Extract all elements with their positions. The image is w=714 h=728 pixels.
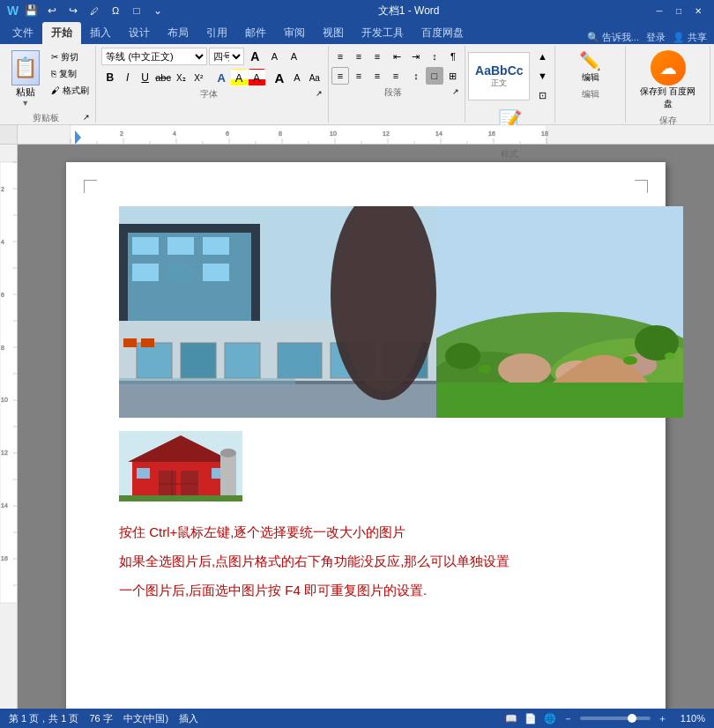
- svg-point-86: [498, 353, 551, 385]
- close-btn[interactable]: ✕: [689, 4, 707, 18]
- font-size-select[interactable]: 四号: [209, 48, 244, 65]
- tab-view[interactable]: 视图: [314, 22, 353, 44]
- styles-down-btn[interactable]: ▼: [533, 67, 551, 85]
- decrease-indent-btn[interactable]: ⇤: [389, 48, 406, 65]
- quick-access-toolbar: 💾 ↩ ↪ 🖊 Ω □ ⌄: [22, 2, 167, 19]
- zoom-out-btn[interactable]: －: [563, 712, 573, 725]
- login-btn[interactable]: 登录: [646, 31, 666, 44]
- italic-button[interactable]: I: [119, 69, 136, 86]
- increase-font-btn[interactable]: A: [246, 48, 264, 65]
- sort-btn[interactable]: ↕: [426, 48, 443, 65]
- editing-btn[interactable]: ✏️ 编辑: [575, 48, 606, 86]
- svg-rect-62: [167, 237, 194, 255]
- omega-btn[interactable]: Ω: [107, 2, 124, 19]
- svg-point-92: [623, 356, 637, 365]
- save-baidu-btn[interactable]: ☁ 保存到 百度网盘: [631, 48, 704, 113]
- align-left-btn[interactable]: ≡: [331, 67, 349, 85]
- baidu-icon: ☁: [651, 50, 686, 85]
- align-center-btn[interactable]: ≡: [350, 67, 368, 85]
- tab-design[interactable]: 设计: [120, 22, 159, 44]
- clipboard-expand[interactable]: ↗: [83, 113, 90, 122]
- svg-text:14: 14: [435, 130, 443, 137]
- image-row: [119, 206, 613, 418]
- superscript-button[interactable]: X²: [190, 69, 207, 86]
- line-spacing-btn[interactable]: ↕: [407, 67, 425, 85]
- tab-developer[interactable]: 开发工具: [353, 22, 413, 44]
- view-web-btn[interactable]: 🌐: [544, 713, 556, 724]
- zoom-thumb: [628, 714, 636, 723]
- zoom-slider[interactable]: [580, 717, 651, 720]
- text-highlight-btn[interactable]: A: [231, 69, 248, 86]
- view-print-btn[interactable]: 📄: [524, 713, 537, 724]
- window-btn[interactable]: □: [128, 2, 145, 19]
- tab-baidu[interactable]: 百度网盘: [413, 22, 472, 44]
- multilevel-btn[interactable]: ≡: [368, 48, 386, 65]
- strikethrough-button[interactable]: abc: [154, 69, 172, 86]
- format-painter-button[interactable]: 🖌 格式刷: [48, 83, 93, 99]
- ribbon-content: 📋 粘贴 ▼ ✂ 剪切 ⎘ 复制 🖌 格式刷 剪贴板 ↗ 等线 (中文正文): [0, 44, 714, 125]
- more-qat-btn[interactable]: ⌄: [149, 2, 167, 19]
- touch-btn[interactable]: 🖊: [86, 2, 103, 19]
- svg-rect-65: [167, 264, 194, 281]
- insert-mode[interactable]: 插入: [179, 712, 198, 725]
- zoom-in-btn[interactable]: ＋: [658, 712, 667, 725]
- font-color-btn[interactable]: A: [249, 69, 265, 86]
- cut-button[interactable]: ✂ 剪切: [48, 49, 93, 65]
- size-up-btn[interactable]: A: [271, 69, 287, 86]
- styles-label: 样式: [471, 148, 550, 160]
- align-right-btn[interactable]: ≡: [368, 67, 386, 85]
- subscript-button[interactable]: X₂: [173, 69, 190, 86]
- svg-text:8: 8: [1, 345, 4, 351]
- styles-preview[interactable]: AaBbCc 正文: [468, 52, 530, 100]
- document-scroll[interactable]: 按住 Ctrl+鼠标左键,逐个选择要统一改大小的图片 如果全选图片后,点图片格式…: [18, 145, 714, 709]
- tab-review[interactable]: 审阅: [275, 22, 314, 44]
- status-bar: 第 1 页，共 1 页 76 字 中文(中国) 插入 📖 📄 🌐 － ＋ 110…: [0, 709, 714, 728]
- numbering-btn[interactable]: ≡: [350, 48, 368, 65]
- shading-btn[interactable]: □: [426, 67, 443, 85]
- tab-file[interactable]: 文件: [4, 22, 42, 44]
- barn-image[interactable]: [119, 431, 613, 504]
- svg-text:8: 8: [279, 130, 282, 137]
- paste-dropdown[interactable]: ▼: [21, 99, 29, 108]
- bold-button[interactable]: B: [101, 69, 118, 86]
- clear-format-btn[interactable]: A: [285, 48, 302, 65]
- styles-up-btn[interactable]: ▲: [533, 48, 551, 65]
- text-effect-btn[interactable]: A: [213, 69, 230, 86]
- increase-indent-btn[interactable]: ⇥: [407, 48, 425, 65]
- tab-layout[interactable]: 布局: [159, 22, 197, 44]
- save-qat-btn[interactable]: 💾: [22, 2, 40, 19]
- svg-rect-69: [181, 343, 216, 378]
- building-image[interactable]: [119, 206, 436, 418]
- undo-btn[interactable]: ↩: [43, 2, 61, 19]
- tab-home[interactable]: 开始: [42, 22, 81, 44]
- underline-button[interactable]: U: [137, 69, 153, 86]
- tab-insert[interactable]: 插入: [81, 22, 120, 44]
- landscape-image[interactable]: [436, 206, 683, 418]
- clipboard-label: 剪贴板: [9, 112, 83, 124]
- show-marks-btn[interactable]: ¶: [444, 48, 462, 65]
- borders-btn[interactable]: ⊞: [444, 67, 462, 85]
- styles-more-btn[interactable]: ⊡: [533, 86, 551, 104]
- svg-point-94: [665, 353, 675, 360]
- tab-mailings[interactable]: 邮件: [236, 22, 275, 44]
- maximize-btn[interactable]: □: [670, 4, 688, 18]
- para-expand[interactable]: ↗: [452, 87, 459, 96]
- decrease-font-btn[interactable]: A: [265, 48, 283, 65]
- paste-button[interactable]: 📋 粘贴 ▼: [7, 48, 44, 110]
- minimize-btn[interactable]: ─: [651, 4, 668, 18]
- copy-button[interactable]: ⎘ 复制: [48, 66, 93, 82]
- svg-text:6: 6: [226, 130, 229, 137]
- font-expand[interactable]: ↗: [316, 89, 323, 98]
- share-btn[interactable]: 👤 共享: [673, 31, 707, 44]
- view-read-btn[interactable]: 📖: [505, 713, 517, 724]
- zoom-level[interactable]: 110%: [674, 713, 705, 724]
- size-down-btn[interactable]: A: [288, 69, 305, 86]
- ruler-corner[interactable]: [0, 125, 18, 145]
- change-case-btn[interactable]: Aa: [306, 69, 323, 86]
- tell-me-btn[interactable]: 🔍 告诉我...: [587, 31, 639, 44]
- font-name-select[interactable]: 等线 (中文正文): [101, 48, 207, 65]
- bullets-btn[interactable]: ≡: [331, 48, 349, 65]
- tab-references[interactable]: 引用: [197, 22, 236, 44]
- justify-btn[interactable]: ≡: [387, 67, 405, 85]
- redo-btn[interactable]: ↪: [64, 2, 82, 19]
